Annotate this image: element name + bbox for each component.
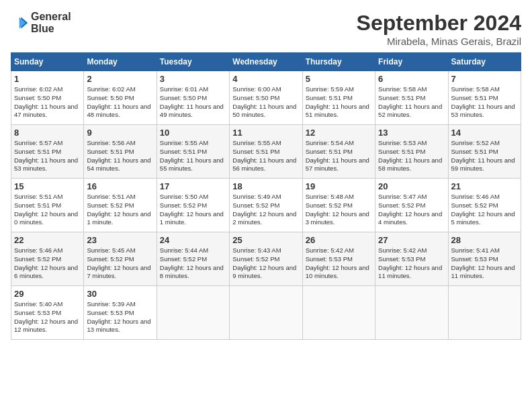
calendar-cell: 21Sunrise: 5:46 AMSunset: 5:52 PMDayligh… (448, 179, 521, 232)
calendar-cell: 10Sunrise: 5:55 AMSunset: 5:51 PMDayligh… (157, 125, 229, 179)
calendar-table: SundayMondayTuesdayWednesdayThursdayFrid… (11, 52, 521, 340)
cell-details: Sunrise: 5:56 AMSunset: 5:51 PMDaylight:… (87, 139, 153, 173)
calendar-cell: 27Sunrise: 5:42 AMSunset: 5:53 PMDayligh… (375, 232, 448, 286)
calendar-cell: 28Sunrise: 5:41 AMSunset: 5:53 PMDayligh… (448, 232, 521, 286)
day-number: 9 (87, 128, 153, 138)
day-number: 10 (160, 128, 226, 138)
cell-details: Sunrise: 5:46 AMSunset: 5:52 PMDaylight:… (14, 246, 81, 281)
calendar-cell (157, 286, 229, 340)
cell-details: Sunrise: 5:44 AMSunset: 5:52 PMDaylight:… (160, 246, 226, 281)
cell-details: Sunrise: 5:55 AMSunset: 5:51 PMDaylight:… (160, 139, 226, 173)
calendar-cell (302, 286, 375, 340)
calendar-cell: 20Sunrise: 5:47 AMSunset: 5:52 PMDayligh… (375, 179, 448, 232)
cell-details: Sunrise: 5:58 AMSunset: 5:51 PMDaylight:… (378, 85, 445, 120)
day-number: 14 (451, 128, 518, 138)
calendar-cell: 19Sunrise: 5:48 AMSunset: 5:52 PMDayligh… (302, 179, 375, 232)
cell-details: Sunrise: 5:51 AMSunset: 5:52 PMDaylight:… (87, 193, 153, 227)
cell-details: Sunrise: 5:53 AMSunset: 5:51 PMDaylight:… (378, 139, 445, 173)
calendar-cell: 3Sunrise: 6:01 AMSunset: 5:50 PMDaylight… (157, 71, 229, 125)
calendar-cell: 26Sunrise: 5:42 AMSunset: 5:53 PMDayligh… (302, 232, 375, 286)
calendar-cell: 15Sunrise: 5:51 AMSunset: 5:51 PMDayligh… (11, 179, 84, 232)
weekday-header-tuesday: Tuesday (157, 53, 229, 71)
day-number: 6 (378, 74, 445, 84)
cell-details: Sunrise: 5:54 AMSunset: 5:51 PMDaylight:… (306, 139, 372, 173)
cell-details: Sunrise: 5:43 AMSunset: 5:52 PMDaylight:… (232, 246, 299, 281)
day-number: 23 (87, 235, 153, 245)
calendar-cell: 1Sunrise: 6:02 AMSunset: 5:50 PMDaylight… (11, 71, 84, 125)
cell-details: Sunrise: 5:45 AMSunset: 5:52 PMDaylight:… (87, 246, 153, 281)
day-number: 15 (14, 181, 81, 191)
day-number: 20 (378, 181, 445, 191)
day-number: 3 (160, 74, 226, 84)
logo-text: General Blue (31, 11, 71, 34)
day-number: 16 (87, 181, 153, 191)
cell-details: Sunrise: 5:57 AMSunset: 5:51 PMDaylight:… (14, 139, 81, 173)
cell-details: Sunrise: 5:47 AMSunset: 5:52 PMDaylight:… (378, 193, 445, 227)
calendar-cell: 24Sunrise: 5:44 AMSunset: 5:52 PMDayligh… (157, 232, 229, 286)
day-number: 13 (378, 128, 445, 138)
day-number: 12 (306, 128, 372, 138)
calendar-week-4: 22Sunrise: 5:46 AMSunset: 5:52 PMDayligh… (11, 232, 521, 286)
calendar-cell: 16Sunrise: 5:51 AMSunset: 5:52 PMDayligh… (84, 179, 157, 232)
cell-details: Sunrise: 5:48 AMSunset: 5:52 PMDaylight:… (306, 193, 372, 227)
cell-details: Sunrise: 5:50 AMSunset: 5:52 PMDaylight:… (160, 193, 226, 227)
calendar-cell: 14Sunrise: 5:52 AMSunset: 5:51 PMDayligh… (448, 125, 521, 179)
cell-details: Sunrise: 5:58 AMSunset: 5:51 PMDaylight:… (451, 85, 518, 120)
cell-details: Sunrise: 5:49 AMSunset: 5:52 PMDaylight:… (232, 193, 299, 227)
calendar-week-1: 1Sunrise: 6:02 AMSunset: 5:50 PMDaylight… (11, 71, 521, 125)
day-number: 29 (14, 289, 81, 299)
title-area: September 2024 Mirabela, Minas Gerais, B… (357, 11, 521, 47)
calendar-cell: 7Sunrise: 5:58 AMSunset: 5:51 PMDaylight… (448, 71, 521, 125)
calendar-cell: 17Sunrise: 5:50 AMSunset: 5:52 PMDayligh… (157, 179, 229, 232)
calendar-cell: 25Sunrise: 5:43 AMSunset: 5:52 PMDayligh… (230, 232, 302, 286)
day-number: 26 (306, 235, 372, 245)
calendar-week-5: 29Sunrise: 5:40 AMSunset: 5:53 PMDayligh… (11, 286, 521, 340)
page-header: General Blue September 2024 Mirabela, Mi… (11, 11, 521, 47)
calendar-cell (375, 286, 448, 340)
calendar-week-3: 15Sunrise: 5:51 AMSunset: 5:51 PMDayligh… (11, 179, 521, 232)
calendar-week-2: 8Sunrise: 5:57 AMSunset: 5:51 PMDaylight… (11, 125, 521, 179)
calendar-cell (448, 286, 521, 340)
cell-details: Sunrise: 6:02 AMSunset: 5:50 PMDaylight:… (14, 85, 81, 120)
calendar-cell: 29Sunrise: 5:40 AMSunset: 5:53 PMDayligh… (11, 286, 84, 340)
calendar-cell: 12Sunrise: 5:54 AMSunset: 5:51 PMDayligh… (302, 125, 375, 179)
day-number: 22 (14, 235, 81, 245)
day-number: 18 (232, 181, 299, 191)
cell-details: Sunrise: 5:51 AMSunset: 5:51 PMDaylight:… (14, 193, 81, 227)
cell-details: Sunrise: 6:00 AMSunset: 5:50 PMDaylight:… (232, 85, 299, 120)
cell-details: Sunrise: 5:41 AMSunset: 5:53 PMDaylight:… (451, 246, 518, 281)
day-number: 2 (87, 74, 153, 84)
weekday-header-thursday: Thursday (302, 53, 375, 71)
day-number: 25 (232, 235, 299, 245)
cell-details: Sunrise: 5:39 AMSunset: 5:53 PMDaylight:… (87, 300, 153, 334)
calendar-cell: 11Sunrise: 5:55 AMSunset: 5:51 PMDayligh… (230, 125, 302, 179)
day-number: 30 (87, 289, 153, 299)
calendar-cell: 30Sunrise: 5:39 AMSunset: 5:53 PMDayligh… (84, 286, 157, 340)
weekday-header-row: SundayMondayTuesdayWednesdayThursdayFrid… (11, 53, 521, 71)
day-number: 5 (306, 74, 372, 84)
weekday-header-saturday: Saturday (448, 53, 521, 71)
day-number: 24 (160, 235, 226, 245)
calendar-cell: 9Sunrise: 5:56 AMSunset: 5:51 PMDaylight… (84, 125, 157, 179)
location: Mirabela, Minas Gerais, Brazil (357, 36, 521, 47)
cell-details: Sunrise: 5:42 AMSunset: 5:53 PMDaylight:… (378, 246, 445, 281)
day-number: 17 (160, 181, 226, 191)
calendar-cell: 23Sunrise: 5:45 AMSunset: 5:52 PMDayligh… (84, 232, 157, 286)
calendar-cell (230, 286, 302, 340)
cell-details: Sunrise: 6:02 AMSunset: 5:50 PMDaylight:… (87, 85, 153, 120)
day-number: 28 (451, 235, 518, 245)
cell-details: Sunrise: 5:55 AMSunset: 5:51 PMDaylight:… (232, 139, 299, 173)
calendar-cell: 4Sunrise: 6:00 AMSunset: 5:50 PMDaylight… (230, 71, 302, 125)
day-number: 21 (451, 181, 518, 191)
day-number: 4 (232, 74, 299, 84)
logo: General Blue (11, 11, 71, 34)
day-number: 11 (232, 128, 299, 138)
weekday-header-monday: Monday (84, 53, 157, 71)
cell-details: Sunrise: 5:52 AMSunset: 5:51 PMDaylight:… (451, 139, 518, 173)
day-number: 7 (451, 74, 518, 84)
calendar-cell: 5Sunrise: 5:59 AMSunset: 5:51 PMDaylight… (302, 71, 375, 125)
cell-details: Sunrise: 5:42 AMSunset: 5:53 PMDaylight:… (306, 246, 372, 281)
month-title: September 2024 (357, 11, 521, 36)
day-number: 27 (378, 235, 445, 245)
day-number: 8 (14, 128, 81, 138)
